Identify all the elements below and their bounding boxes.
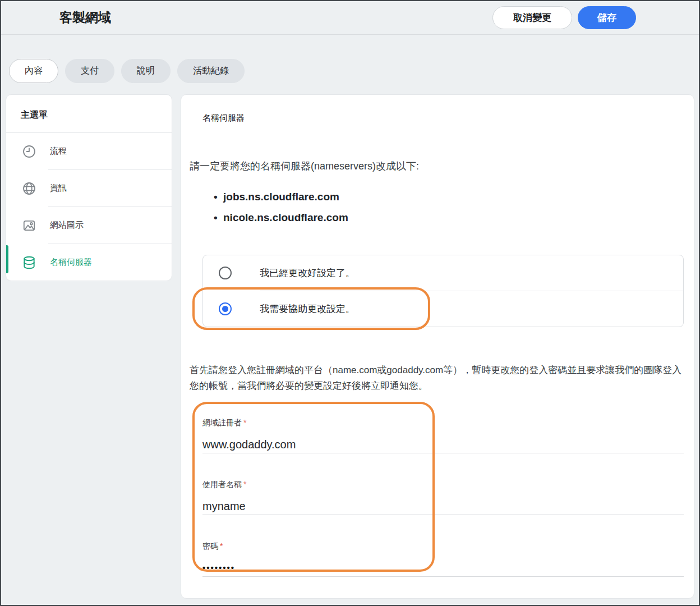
section-title: 名稱伺服器 — [202, 113, 684, 123]
nameserver-instruction: 請一定要將您的名稱伺服器(nameservers)改成以下: — [190, 159, 684, 173]
nameserver-item: nicole.ns.cloudflare.com — [223, 211, 684, 224]
radio-option-already-changed[interactable]: 我已經更改好設定了。 — [203, 255, 683, 291]
field-label: 網域註冊者* — [202, 417, 684, 428]
tab-content[interactable]: 內容 — [9, 59, 58, 83]
content-area: 主選單 流程 資訊 — [1, 94, 699, 599]
required-asterisk: * — [220, 541, 223, 550]
username-input[interactable]: myname — [202, 499, 684, 513]
nameservers-panel: 名稱伺服器 請一定要將您的名稱伺服器(nameservers)改成以下: job… — [181, 94, 694, 599]
field-label-text: 使用者名稱 — [202, 480, 242, 489]
nameserver-list: jobs.ns.cloudflare.com nicole.ns.cloudfl… — [223, 190, 684, 224]
sidebar-item-info[interactable]: 資訊 — [6, 170, 172, 206]
radio-option-label: 我需要協助更改設定。 — [260, 302, 355, 315]
globe-icon — [22, 181, 36, 196]
required-asterisk: * — [243, 418, 246, 427]
field-label: 使用者名稱* — [202, 479, 684, 489]
password-input[interactable]: •••••••• — [202, 561, 684, 575]
field-label-text: 密碼 — [202, 541, 218, 550]
tab-payment[interactable]: 支付 — [65, 59, 114, 83]
nameserver-item: jobs.ns.cloudflare.com — [223, 190, 684, 204]
tab-bar: 內容 支付 說明 活動紀錄 — [9, 59, 699, 83]
field-label: 密碼* — [202, 541, 684, 551]
clock-icon — [22, 144, 36, 159]
tab-description[interactable]: 說明 — [121, 59, 171, 83]
radio-unselected-icon[interactable] — [219, 267, 232, 279]
help-text: 首先請您登入您註冊網域的平台（name.com或godaddy.com等），暫時… — [190, 362, 684, 394]
domain-registrar-input[interactable]: www.godaddy.com — [202, 437, 684, 452]
image-icon — [22, 218, 36, 233]
password-field: 密碼* •••••••• — [202, 541, 684, 577]
sidebar-item-label: 流程 — [50, 146, 67, 157]
sidebar-item-label: 網站圖示 — [50, 220, 84, 231]
required-asterisk: * — [243, 480, 246, 489]
sidebar-item-label: 名稱伺服器 — [50, 257, 92, 268]
header-actions: 取消變更 儲存 — [492, 6, 636, 29]
sidebar-item-process[interactable]: 流程 — [6, 133, 172, 169]
nameserver-status-radio-group: 我已經更改好設定了。 我需要協助更改設定。 — [202, 255, 684, 327]
page-title: 客製網域 — [59, 9, 111, 26]
save-button[interactable]: 儲存 — [578, 6, 636, 29]
database-icon — [22, 255, 36, 270]
sidebar-menu: 主選單 流程 資訊 — [6, 94, 172, 281]
username-field: 使用者名稱* myname — [202, 479, 684, 515]
tab-activity-log[interactable]: 活動紀錄 — [177, 59, 245, 83]
radio-option-label: 我已經更改好設定了。 — [260, 267, 355, 279]
sidebar-title: 主選單 — [6, 95, 172, 132]
sidebar-item-site-icon[interactable]: 網站圖示 — [6, 207, 172, 244]
radio-option-need-help[interactable]: 我需要協助更改設定。 — [203, 291, 683, 327]
field-label-text: 網域註冊者 — [202, 418, 242, 427]
credentials-form: 網域註冊者* www.godaddy.com 使用者名稱* myname 密碼*… — [202, 417, 684, 577]
radio-selected-icon[interactable] — [219, 302, 232, 315]
sidebar-item-label: 資訊 — [50, 183, 67, 194]
page-header: 客製網域 取消變更 儲存 — [1, 1, 699, 35]
sidebar-item-nameservers[interactable]: 名稱伺服器 — [6, 244, 172, 281]
domain-registrar-field: 網域註冊者* www.godaddy.com — [202, 417, 684, 453]
cancel-changes-button[interactable]: 取消變更 — [492, 6, 572, 29]
